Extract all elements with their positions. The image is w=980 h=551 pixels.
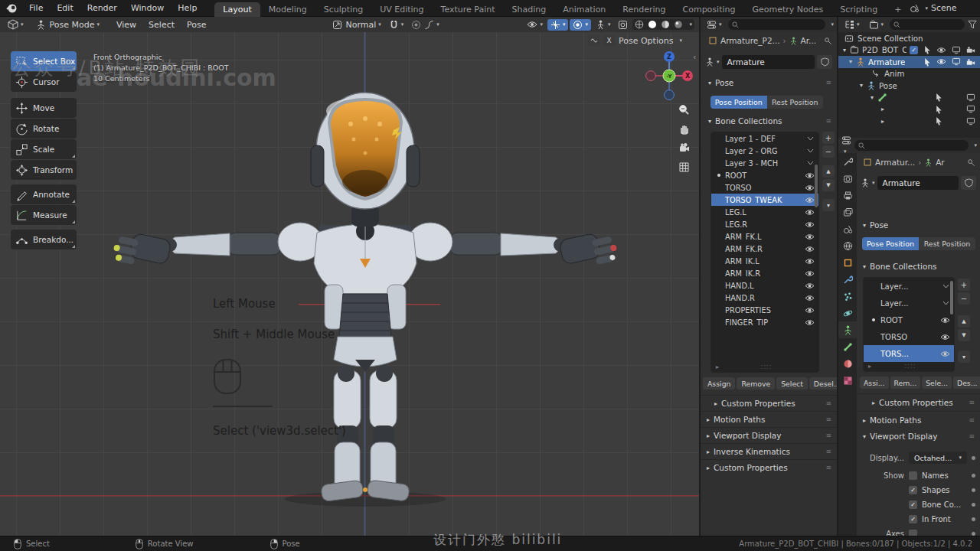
collection-action-button[interactable]: Remove	[737, 377, 775, 390]
eye-icon[interactable]	[805, 209, 815, 216]
mirror-x-toggle[interactable]: X	[603, 35, 615, 46]
drag-handle-icon[interactable]: ≡	[825, 432, 831, 439]
eye-icon[interactable]	[805, 319, 815, 326]
move-up-button[interactable]: ▲	[822, 165, 835, 178]
workspace-tab[interactable]: Animation	[554, 2, 614, 17]
bone-collections-header[interactable]: ▾ Bone Collections	[863, 262, 974, 271]
chevron-down-icon[interactable]	[806, 135, 815, 142]
tool-button[interactable]: Transform	[11, 160, 77, 180]
collection-action-button[interactable]: Desel...	[809, 377, 837, 390]
collection-action-button[interactable]: Des...	[953, 377, 980, 389]
eye-icon[interactable]	[805, 307, 815, 314]
eye-icon[interactable]	[936, 58, 946, 65]
animate-dot[interactable]	[972, 456, 975, 460]
viewport-display-icon[interactable]	[952, 57, 961, 66]
chevron-down-icon[interactable]	[806, 160, 815, 166]
bone-collection-row[interactable]: TORS...	[864, 345, 954, 362]
eye-icon[interactable]	[805, 172, 815, 179]
remove-collection-button[interactable]: −	[822, 145, 835, 158]
header-options-icon[interactable]: ▾	[974, 142, 977, 148]
workspace-tab[interactable]: Shading	[504, 2, 555, 17]
menu-item[interactable]: Edit	[50, 3, 80, 13]
animate-dot[interactable]	[972, 488, 975, 492]
eye-icon[interactable]	[805, 197, 815, 204]
eye-icon[interactable]	[805, 258, 815, 265]
disclosure-icon[interactable]: ▾	[843, 47, 846, 54]
rest-position-button[interactable]: Rest Position	[919, 237, 975, 250]
eye-icon[interactable]	[940, 317, 950, 324]
axes-checkbox[interactable]	[909, 530, 917, 536]
bone-collection-row[interactable]: ARM_IK.L	[711, 255, 818, 267]
outliner-row-collection[interactable]: ▾ P2D_BOT_CHIBI ✓	[838, 44, 980, 57]
menu-item[interactable]: Help	[171, 3, 204, 13]
properties-search-input[interactable]	[854, 140, 969, 151]
rest-position-button[interactable]: Rest Position	[767, 96, 824, 109]
workspace-tab[interactable]: Scripting	[831, 2, 886, 17]
datablock-type-button[interactable]: ▾	[705, 57, 720, 67]
list-scrollbar[interactable]	[815, 165, 818, 207]
viewport-display-icon[interactable]	[966, 105, 975, 113]
move-up-button[interactable]: ▲	[958, 315, 970, 328]
tool-button[interactable]: Rotate	[11, 119, 77, 139]
eye-icon[interactable]	[940, 350, 950, 357]
filter-funnel-icon[interactable]	[968, 20, 977, 29]
rendered-shading-icon[interactable]	[674, 20, 683, 29]
drag-handle-icon[interactable]: ≡	[825, 117, 831, 125]
disclosure-icon[interactable]: ▸	[881, 118, 884, 125]
selectable-cursor-icon[interactable]	[935, 116, 942, 126]
pose-position-button[interactable]: Pose Position	[710, 96, 767, 109]
tool-button[interactable]: Measure	[11, 205, 77, 225]
camera-view-icon[interactable]	[677, 141, 691, 155]
datablock-name-field[interactable]: Armature	[877, 176, 959, 190]
outliner-row-pose[interactable]: ▾ Pose	[838, 80, 980, 92]
viewport-menu-item[interactable]: View	[110, 20, 142, 30]
selectable-cursor-icon[interactable]	[923, 45, 931, 54]
tab-physics-icon[interactable]	[838, 305, 857, 321]
breadcrumb-data[interactable]: Ar	[936, 158, 945, 167]
bone-collection-row[interactable]: TORSO	[864, 328, 954, 345]
viewport-menu-item[interactable]: Select	[142, 20, 181, 30]
collection-action-button[interactable]: Select	[776, 377, 808, 390]
drag-handle-icon[interactable]: ≡	[969, 416, 974, 424]
tool-button[interactable]: Scale	[11, 139, 77, 159]
tab-particles-icon[interactable]	[838, 288, 857, 305]
outliner-row-animation[interactable]: Anim	[838, 68, 980, 80]
disclosure-icon[interactable]: ▾	[849, 58, 852, 65]
eye-icon[interactable]	[805, 282, 815, 289]
sidebar-collapse-icon[interactable]: ‹	[693, 52, 696, 62]
collection-action-button[interactable]: Assi...	[860, 377, 889, 389]
workspace-tab[interactable]: Modeling	[260, 2, 315, 17]
material-shading-icon[interactable]	[661, 20, 670, 29]
panel-section-header[interactable]: ▸ Custom Properties ≡	[857, 393, 980, 411]
panel-section-header[interactable]: ▸ Motion Paths ≡	[701, 411, 837, 427]
properties-search-input[interactable]	[728, 19, 826, 30]
tool-button[interactable]: Move	[11, 98, 77, 118]
tab-scene-icon[interactable]	[838, 220, 857, 237]
bone-collection-row[interactable]: Layer 3 - MCH	[711, 157, 818, 169]
move-down-button[interactable]: ▼	[958, 329, 970, 341]
bone-collection-row[interactable]: Layer...	[864, 278, 954, 295]
viewport-display-header[interactable]: ▾ Viewport Display ≡	[863, 432, 974, 441]
fake-user-shield-button[interactable]	[961, 176, 976, 190]
properties-editor-button[interactable]: ▾	[704, 19, 725, 31]
chevron-down-icon[interactable]	[942, 300, 950, 306]
pose-position-button[interactable]: Pose Position	[862, 237, 919, 250]
tab-modifiers-icon[interactable]	[838, 271, 857, 288]
pose-section-header[interactable]: ▾ Pose	[863, 220, 974, 230]
bone-collection-row[interactable]: LEG.R	[711, 218, 818, 230]
solid-shading-icon[interactable]	[648, 20, 657, 29]
tab-view-layer-icon[interactable]	[838, 204, 857, 220]
drag-handle-icon[interactable]: ≡	[825, 464, 831, 471]
bone-collection-row[interactable]: LEG.L	[711, 206, 818, 218]
drag-handle-icon[interactable]: ≡	[825, 399, 831, 407]
tab-tool-icon[interactable]	[838, 153, 857, 170]
remove-collection-button[interactable]: −	[958, 292, 970, 305]
tab-material-icon[interactable]	[838, 355, 857, 372]
gizmo-minus-x-axis[interactable]	[646, 71, 656, 81]
workspace-tab[interactable]: Rendering	[614, 2, 674, 17]
list-scrollbar[interactable]	[950, 281, 953, 315]
checkbox[interactable]: ✓	[909, 515, 917, 523]
workspace-tab[interactable]: +	[886, 2, 910, 17]
tool-button[interactable]: Breakdo...	[11, 230, 77, 249]
bone-collection-row[interactable]: ARM_FK.L	[711, 230, 818, 243]
